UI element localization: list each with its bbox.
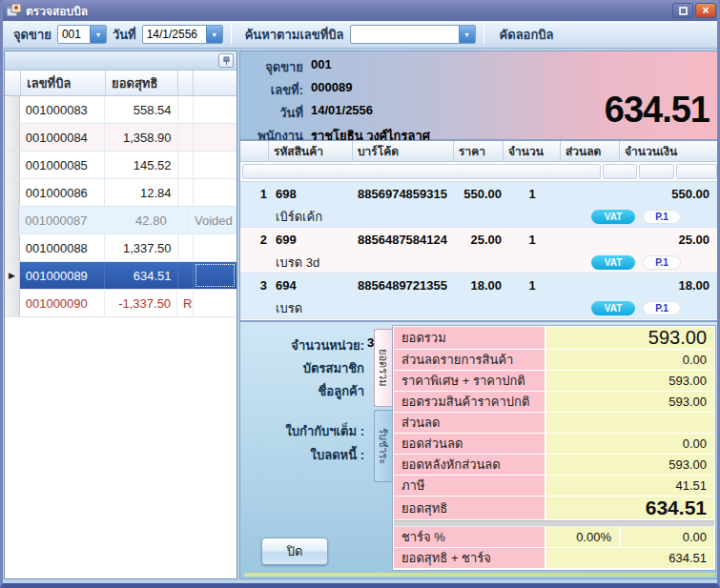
bill-row[interactable]: 001000083 558.54 [5,96,237,124]
chevron-down-icon[interactable]: ▼ [206,26,222,43]
items-header-row: รหัสสินค้า บาร์โค้ด ราคา จำนวน ส่วนลด จำ… [240,141,719,162]
flag-cell [178,262,194,289]
status-cell [194,234,237,261]
info-date-value: 14/01/2556 [311,103,373,123]
item-name: เบิร์ดเค้ก [240,207,591,227]
vat-badge: VAT [591,301,635,315]
summary-value: 593.00 [546,455,714,475]
bill-list-panel-header [5,51,237,71]
pin-icon[interactable] [218,53,234,68]
summary-value: 593.00 [546,327,714,349]
item-price: 18.00 [454,278,504,293]
item-amount: 18.00 [620,278,719,293]
flag-cell [178,234,194,261]
vat-badge: VAT [591,255,635,270]
info-no-label: เลขที่: [240,80,303,100]
chevron-down-icon[interactable]: ▼ [459,26,475,43]
price-level-badge: P.1 [643,255,681,270]
bill-row-selected[interactable]: ▶ 001000089 634.51 [5,262,237,290]
status-cell [194,152,237,178]
copy-bill-button[interactable]: คัดลอกบิล [492,22,562,48]
bill-row[interactable]: 001000085 145.52 [5,152,237,179]
pos-value: 001 [58,26,90,43]
tab-totals[interactable]: ยอดรวม [374,329,392,407]
bill-no-cell: 001000087 [19,207,102,233]
units-label: จำนวนหน่วย: [291,335,364,355]
filter-box[interactable] [676,164,717,179]
bill-row[interactable]: 001000086 12.84 [5,179,237,207]
info-pos-value: 001 [311,57,332,77]
column-header-flag[interactable] [178,71,194,95]
flag-cell: R [177,290,194,316]
column-header-bill-no[interactable]: เลขที่บิล [21,71,106,95]
column-header-qty[interactable]: จำนวน [504,141,561,161]
info-date-label: วันที่ [240,103,303,123]
charge-amount: 0.00 [621,527,714,547]
bill-no-cell: 001000086 [20,179,105,206]
item-row[interactable]: 3 694 8856489721355 18.00 1 18.00 เบรด V… [240,274,719,319]
net-cell: 145.52 [105,152,177,178]
status-cell: Voided [189,207,237,233]
flag-cell [174,207,189,233]
totals-section: จำนวนหน่วย: 3 บัตรสมาชิก ชื่อลูกค้า ใบกำ… [239,321,720,579]
summary-value: 0.00 [546,350,714,370]
bill-row[interactable]: 001000088 1,337.50 [5,234,237,262]
close-icon[interactable]: × [695,3,716,18]
filter-box[interactable] [639,164,674,179]
app-icon [7,4,21,17]
summary-label: ยอดหลังหักส่วนลด [394,455,546,475]
grand-total: 634.51 [605,90,710,131]
net-plus-charge-label: ยอดสุทธิ + ชาร์จ [394,548,546,568]
status-cell [194,179,237,206]
filter-box[interactable] [242,164,601,179]
column-header-discount[interactable]: ส่วนลด [561,141,620,161]
member-card-label: บัตรสมาชิก [303,358,364,378]
item-qty: 1 [504,187,561,201]
filter-box[interactable] [603,164,637,179]
date-value: 14/1/2556 [143,26,206,43]
row-indicator [5,96,20,123]
item-seq: 1 [240,187,269,201]
item-amount: 25.00 [620,233,719,247]
bill-row-refund[interactable]: 001000090 -1,337.50 R [5,290,237,317]
item-row[interactable]: 2 699 8856487584124 25.00 1 25.00 เบรด 3… [240,228,719,274]
column-header-net[interactable]: ยอดสุทธิ [106,71,178,95]
status-strip [244,573,715,577]
column-header-status[interactable] [194,71,237,95]
restore-icon[interactable] [672,3,693,18]
bill-row[interactable]: 001000084 1,358.90 [5,124,237,152]
summary-value: 41.51 [546,476,714,496]
item-amount: 550.00 [620,187,719,201]
net-plus-charge-value: 634.51 [546,548,714,568]
net-cell: 42.80 [102,207,173,233]
bill-no-cell: 001000089 [20,262,105,289]
net-cell: -1,337.50 [105,290,177,316]
item-price: 25.00 [454,233,504,247]
status-cell [194,262,237,289]
item-row[interactable]: 1 698 8856974859315 550.00 1 550.00 เบิร… [240,182,719,228]
net-cell: 558.54 [105,96,177,123]
date-combobox[interactable]: 14/1/2556 ▼ [142,25,223,44]
pos-combobox[interactable]: 001 ▼ [57,25,107,44]
search-bill-combobox[interactable]: ▼ [350,25,476,44]
customer-name-label: ชื่อลูกค้า [319,381,364,401]
summary-value: 0.00 [546,434,714,454]
units-value: 3 [367,335,374,350]
chevron-down-icon[interactable]: ▼ [90,26,106,43]
column-header-barcode[interactable]: บาร์โค้ด [353,141,454,161]
close-panel-button[interactable]: ปิด [261,537,328,565]
bill-no-cell: 001000085 [20,152,105,178]
bill-no-cell: 001000084 [20,124,105,151]
bill-row-voided[interactable]: 001000087 42.80 Voided [5,207,237,234]
column-header-amount[interactable]: จำนวนเงิน [620,141,719,161]
summary-label: ยอดส่วนลด [394,434,546,454]
column-header-price[interactable]: ราคา [454,141,504,161]
search-value [351,26,459,43]
item-name: เบรด [240,298,591,318]
info-no-value: 000089 [311,80,352,100]
net-cell: 12.84 [105,179,177,206]
info-pos-label: จุดขาย [240,57,303,77]
price-level-badge: P.1 [643,210,681,224]
tab-payment[interactable]: รับชำระ [374,410,392,482]
column-header-product-code[interactable]: รหัสสินค้า [269,141,353,161]
